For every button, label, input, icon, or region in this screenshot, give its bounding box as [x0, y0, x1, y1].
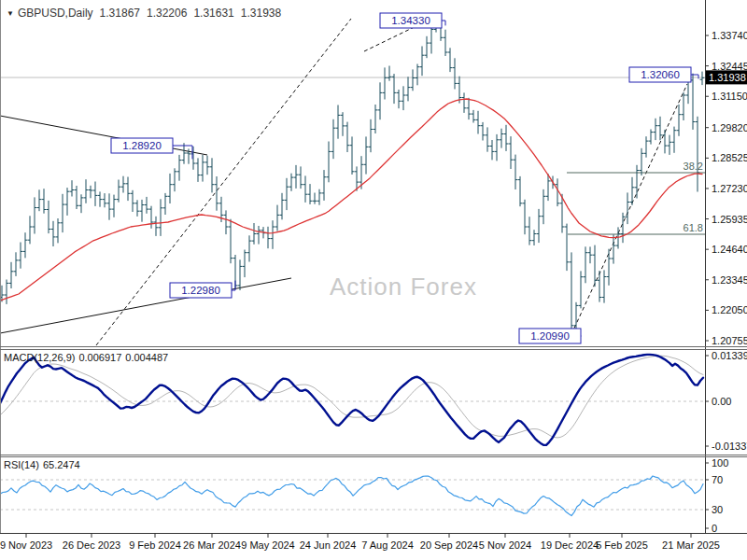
svg-text:1.20990: 1.20990	[530, 330, 570, 342]
symbol-period-label: GBPUSD,Daily	[18, 7, 93, 20]
svg-text:26 Mar 2024: 26 Mar 2024	[183, 539, 241, 551]
svg-text:0: 0	[712, 523, 717, 534]
macd-axis: 0.0133920.00-0.013378	[705, 350, 747, 452]
svg-text:1.33740: 1.33740	[712, 30, 747, 41]
svg-text:1.29820: 1.29820	[712, 122, 747, 133]
svg-text:61.8: 61.8	[684, 222, 703, 233]
svg-text:-0.013378: -0.013378	[712, 441, 747, 452]
rsi-indicator-label: RSI(14)65.2474	[4, 459, 84, 470]
svg-text:1.28920: 1.28920	[122, 140, 162, 151]
trading-chart-window: Action Forex 38.261.81.343301.320601.289…	[0, 0, 747, 560]
svg-text:1.25935: 1.25935	[712, 214, 747, 225]
chart-canvas[interactable]: 38.261.81.343301.320601.289201.229801.20…	[0, 0, 747, 560]
svg-text:70: 70	[712, 474, 723, 485]
svg-text:24 Jun 2024: 24 Jun 2024	[300, 539, 357, 551]
svg-text:21 Mar 2025: 21 Mar 2025	[662, 539, 720, 551]
svg-text:20 Sep 2024: 20 Sep 2024	[420, 539, 478, 551]
svg-text:1.24640: 1.24640	[712, 244, 747, 255]
svg-text:38.2: 38.2	[684, 161, 703, 172]
svg-text:1.32445: 1.32445	[712, 61, 747, 72]
svg-text:26 Dec 2023: 26 Dec 2023	[63, 539, 120, 551]
ohlc-close: 1.31938	[241, 7, 281, 20]
svg-text:1.34330: 1.34330	[391, 15, 430, 26]
fib-retracement-levels[interactable]: 38.261.8	[567, 161, 705, 234]
svg-text:5 Nov 2024: 5 Nov 2024	[479, 539, 531, 551]
svg-text:0.00: 0.00	[712, 396, 731, 407]
svg-text:1.23345: 1.23345	[712, 274, 747, 286]
svg-text:1.20755: 1.20755	[712, 335, 747, 346]
svg-text:1.31938: 1.31938	[709, 72, 746, 83]
time-axis[interactable]: 9 Nov 202326 Dec 20239 Feb 202426 Mar 20…	[0, 533, 720, 551]
svg-text:9 Feb 2024: 9 Feb 2024	[129, 539, 181, 551]
svg-text:1.28525: 1.28525	[712, 152, 747, 163]
svg-text:9 May 2024: 9 May 2024	[241, 539, 294, 551]
svg-text:7 Aug 2024: 7 Aug 2024	[361, 539, 414, 551]
svg-text:1.31150: 1.31150	[712, 91, 747, 102]
price-axis[interactable]: 1.337401.324451.311501.298201.285251.272…	[705, 30, 747, 346]
svg-text:1.22050: 1.22050	[712, 304, 747, 315]
dropdown-triangle-icon[interactable]: ▼	[7, 9, 14, 18]
macd-indicator-label: MACD(12,26,9)0.0069170.004487	[4, 352, 172, 363]
rsi-value: 65.2474	[43, 459, 80, 470]
svg-text:1.22980: 1.22980	[181, 285, 220, 296]
ohlc-open: 1.31867	[100, 7, 140, 20]
rsi-axis: 10070300	[705, 457, 728, 534]
rsi-pane	[0, 476, 705, 516]
svg-text:5 Feb 2025: 5 Feb 2025	[596, 539, 648, 551]
svg-text:1.27230: 1.27230	[712, 183, 747, 194]
rsi-name: RSI(14)	[4, 459, 39, 470]
price-bars-series	[0, 15, 704, 335]
chart-title: ▼GBPUSD,Daily1.318671.322061.316311.3193…	[7, 7, 281, 20]
ohlc-low: 1.31631	[193, 7, 233, 20]
macd-main-value: 0.006917	[78, 352, 121, 363]
trendlines[interactable]	[0, 19, 687, 345]
macd-signal-value: 0.004487	[125, 352, 168, 363]
macd-name: MACD(12,26,9)	[4, 352, 75, 363]
svg-text:1.32060: 1.32060	[641, 69, 680, 80]
svg-text:100: 100	[712, 457, 728, 469]
moving-average-line	[0, 99, 702, 301]
svg-text:30: 30	[712, 504, 723, 515]
svg-text:9 Nov 2023: 9 Nov 2023	[0, 539, 52, 551]
macd-pane	[0, 355, 705, 445]
svg-text:19 Dec 2024: 19 Dec 2024	[541, 539, 599, 551]
ohlc-high: 1.32206	[147, 7, 187, 20]
price-label-boxes[interactable]: 1.343301.320601.289201.229801.20990	[111, 13, 698, 343]
svg-text:0.013392: 0.013392	[712, 350, 747, 361]
